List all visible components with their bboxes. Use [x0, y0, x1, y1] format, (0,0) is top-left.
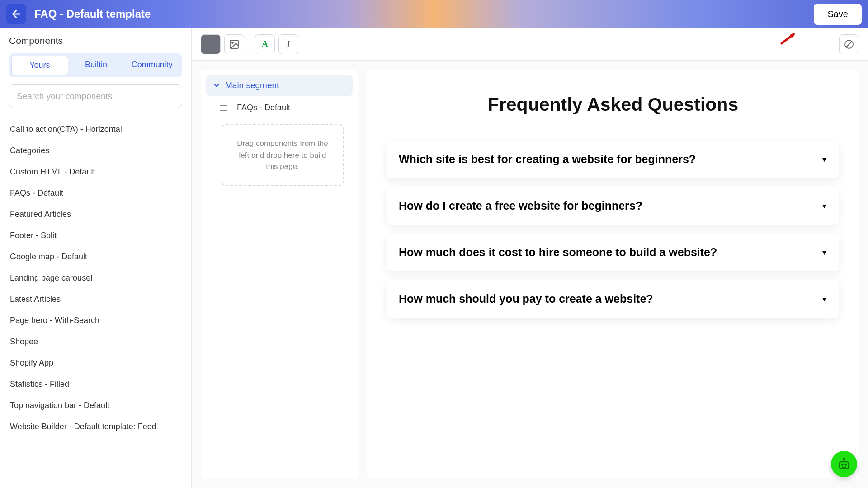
- list-item[interactable]: Google map - Default: [9, 246, 182, 267]
- toolbar-left: A I: [201, 34, 298, 54]
- segment-main[interactable]: Main segment: [206, 75, 353, 96]
- image-button[interactable]: [224, 34, 244, 54]
- svg-point-4: [232, 42, 233, 43]
- list-item[interactable]: Featured Articles: [9, 204, 182, 225]
- drag-handle-icon: [220, 105, 228, 111]
- chevron-down-icon: [212, 81, 221, 89]
- caret-down-icon: ▼: [821, 296, 827, 303]
- list-item[interactable]: Shopee: [9, 331, 182, 352]
- list-item[interactable]: FAQs - Default: [9, 183, 182, 204]
- faq-question: Which site is best for creating a websit…: [399, 153, 696, 166]
- faq-item[interactable]: How much does it cost to hire someone to…: [387, 234, 839, 271]
- list-item[interactable]: Custom HTML - Default: [9, 161, 182, 183]
- header-left: FAQ - Default template: [6, 4, 151, 24]
- bot-icon: [837, 457, 851, 471]
- tab-yours[interactable]: Yours: [11, 56, 68, 75]
- list-item[interactable]: Website Builder - Default template: Feed: [9, 416, 182, 437]
- faq-item[interactable]: How much should you pay to create a webs…: [387, 280, 839, 318]
- segment-label: Main segment: [225, 80, 279, 90]
- tab-builtin[interactable]: Builtin: [68, 56, 124, 75]
- toolbar: A I: [192, 28, 868, 61]
- list-item[interactable]: Statistics - Filled: [9, 374, 182, 395]
- list-item[interactable]: Top navigation bar - Default: [9, 395, 182, 416]
- arrow-left-icon: [10, 8, 22, 20]
- app-header: FAQ - Default template Save: [0, 0, 868, 28]
- drop-zone[interactable]: Drag components from the left and drop h…: [222, 124, 344, 186]
- svg-point-13: [842, 464, 843, 465]
- canvas-row: Main segment FAQs - Default Drag compone…: [192, 61, 868, 488]
- page-title: FAQ - Default template: [34, 8, 151, 20]
- svg-point-12: [844, 459, 845, 460]
- list-item[interactable]: Categories: [9, 140, 182, 161]
- tree-panel: Main segment FAQs - Default Drag compone…: [201, 70, 358, 479]
- text-color-button[interactable]: A: [255, 34, 275, 54]
- italic-button[interactable]: I: [278, 34, 298, 54]
- caret-down-icon: ▼: [821, 156, 827, 163]
- back-button[interactable]: [6, 4, 26, 24]
- component-sidebar: Components Yours Builtin Community Call …: [0, 28, 192, 488]
- faq-item[interactable]: Which site is best for creating a websit…: [387, 141, 839, 178]
- hide-button[interactable]: [839, 34, 859, 54]
- color-swatch-button[interactable]: [201, 34, 221, 54]
- editor-area: A I Main segment FAQs - Default Drag com…: [192, 28, 868, 488]
- search-input[interactable]: [9, 84, 182, 108]
- list-item[interactable]: Call to action(CTA) - Horizontal: [9, 119, 182, 140]
- svg-line-6: [846, 41, 852, 47]
- faq-question: How much should you pay to create a webs…: [399, 292, 653, 305]
- tab-community[interactable]: Community: [124, 56, 180, 75]
- caret-down-icon: ▼: [821, 249, 827, 256]
- svg-point-14: [845, 464, 847, 465]
- faq-question: How much does it cost to hire someone to…: [399, 246, 717, 259]
- caret-down-icon: ▼: [821, 202, 827, 210]
- save-button[interactable]: Save: [814, 4, 862, 25]
- faq-item[interactable]: How do I create a free website for begin…: [387, 187, 839, 225]
- main-area: Components Yours Builtin Community Call …: [0, 28, 868, 488]
- faq-heading: Frequently Asked Questions: [488, 94, 738, 115]
- tree-item-faqs[interactable]: FAQs - Default: [206, 96, 353, 120]
- list-item[interactable]: Shopify App: [9, 352, 182, 374]
- list-item[interactable]: Landing page carousel: [9, 267, 182, 289]
- component-list: Call to action(CTA) - Horizontal Categor…: [9, 119, 182, 437]
- preview-panel: Frequently Asked Questions Which site is…: [367, 70, 859, 479]
- component-tabs: Yours Builtin Community: [9, 53, 182, 77]
- image-icon: [229, 39, 240, 50]
- tree-item-label: FAQs - Default: [237, 103, 290, 113]
- chat-button[interactable]: [831, 451, 857, 477]
- list-item[interactable]: Latest Articles: [9, 289, 182, 310]
- list-item[interactable]: Page hero - With-Search: [9, 310, 182, 331]
- sidebar-title: Components: [9, 35, 182, 46]
- faq-question: How do I create a free website for begin…: [399, 199, 642, 212]
- slash-circle-icon: [844, 39, 854, 50]
- faq-list: Which site is best for creating a websit…: [387, 141, 839, 318]
- list-item[interactable]: Footer - Split: [9, 225, 182, 246]
